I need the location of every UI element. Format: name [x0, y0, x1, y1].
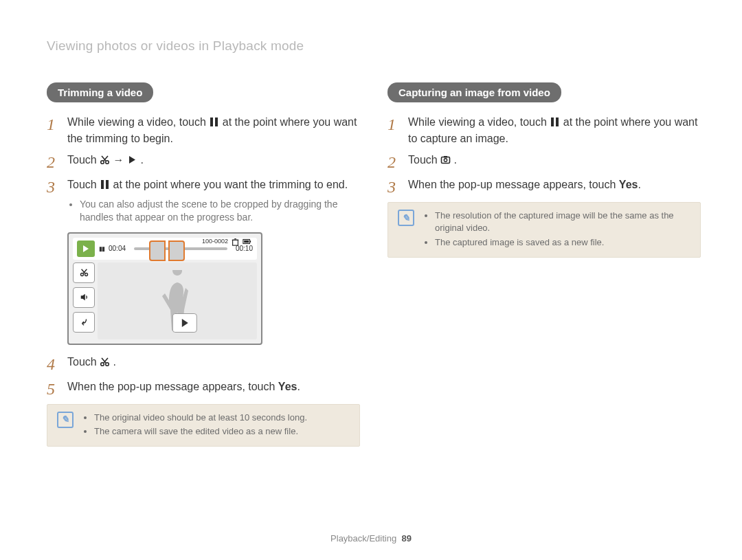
step-number: 3 [387, 177, 400, 195]
list-item: The captured image is saved as a new fil… [435, 236, 690, 249]
trash-icon [231, 237, 240, 246]
steps-capturing: 1 While viewing a video, touch at the po… [387, 115, 701, 195]
page-content: Trimming a video 1 While viewing a video… [47, 82, 701, 447]
play-icon [127, 154, 137, 169]
step-3-sub-bullets: You can also adjust the scene to be crop… [80, 198, 360, 224]
note-icon: ✎ [57, 412, 74, 428]
step-text: Touch . [67, 355, 360, 371]
note-icon: ✎ [398, 210, 414, 226]
elapsed-time: 00:04 [109, 245, 126, 252]
screenshot-side-buttons [73, 262, 93, 333]
back-button[interactable] [73, 312, 95, 333]
battery-icon [243, 237, 251, 246]
column-trimming: Trimming a video 1 While viewing a video… [47, 82, 360, 447]
step-number: 4 [47, 355, 59, 372]
list-item: The original video should be at least 10… [94, 412, 307, 424]
step-4: 4 Touch . [47, 355, 360, 372]
step-1: 1 While viewing a video, touch at the po… [47, 115, 360, 146]
step-text: Touch at the point where you want the tr… [67, 177, 360, 225]
pause-icon [209, 116, 219, 131]
step-1: 1 While viewing a video, touch at the po… [387, 115, 701, 146]
scissors-button[interactable] [73, 262, 95, 283]
trim-handle-start[interactable] [149, 240, 166, 261]
play-button[interactable] [172, 313, 197, 333]
video-thumbnail [77, 240, 95, 257]
trim-progress-bar[interactable] [134, 247, 227, 250]
step-number: 2 [47, 153, 59, 170]
scissors-icon [100, 154, 110, 169]
pause-icon: ▮▮ [99, 245, 104, 252]
pause-icon [100, 179, 110, 194]
step-text: Touch → . [67, 153, 360, 169]
steps-trimming-continued: 4 Touch . 5 When the pop-up message appe… [47, 355, 360, 397]
footer-section: Playback/Editing [330, 533, 396, 544]
screenshot-status-area: 100-0002 [202, 237, 251, 246]
step-number: 5 [47, 379, 59, 397]
step-text: When the pop-up message appears, touch Y… [408, 177, 701, 192]
footer-page-number: 89 [401, 533, 411, 544]
video-trim-screenshot: ▮▮ 00:04 00:10 100-0002 [67, 232, 262, 345]
step-text: Touch . [408, 153, 701, 169]
note-box-capturing: ✎ The resolution of the captured image w… [387, 202, 701, 258]
step-3: 3 When the pop-up message appears, touch… [387, 177, 701, 195]
section-title-trimming: Trimming a video [47, 82, 153, 102]
step-2: 2 Touch → . [47, 153, 360, 170]
step-number: 2 [387, 153, 400, 170]
note-list: The resolution of the captured image wil… [435, 210, 690, 250]
column-capturing: Capturing an image from video 1 While vi… [387, 82, 701, 447]
file-index: 100-0002 [202, 238, 228, 245]
step-2: 2 Touch . [387, 153, 701, 170]
list-item: The camera will save the edited video as… [94, 425, 307, 438]
scissors-icon [100, 356, 110, 371]
step-number: 1 [47, 115, 59, 133]
step-text: While viewing a video, touch at the poin… [408, 115, 701, 146]
note-list: The original video should be at least 10… [94, 412, 307, 439]
step-number: 3 [47, 177, 59, 195]
screenshot-topbar: ▮▮ 00:04 00:10 100-0002 [73, 238, 257, 260]
pause-icon [550, 116, 560, 131]
section-title-capturing: Capturing an image from video [387, 82, 561, 102]
note-box-trimming: ✎ The original video should be at least … [47, 404, 360, 447]
step-text: When the pop-up message appears, touch Y… [67, 379, 360, 394]
step-number: 1 [387, 115, 400, 133]
list-item: The resolution of the captured image wil… [435, 210, 690, 234]
list-item: You can also adjust the scene to be crop… [80, 198, 360, 224]
step-3: 3 Touch at the point where you want the … [47, 177, 360, 225]
steps-trimming: 1 While viewing a video, touch at the po… [47, 115, 360, 225]
trim-handle-end[interactable] [168, 240, 185, 261]
volume-button[interactable] [73, 287, 95, 308]
total-time: 00:10 [236, 245, 253, 252]
step-text: While viewing a video, touch at the poin… [67, 115, 360, 146]
page-footer: Playback/Editing 89 [0, 533, 742, 544]
capture-frame-icon [440, 154, 451, 169]
screenshot-video-area [98, 262, 257, 339]
page-breadcrumb: Viewing photos or videos in Playback mod… [47, 38, 304, 54]
step-5: 5 When the pop-up message appears, touch… [47, 379, 360, 397]
